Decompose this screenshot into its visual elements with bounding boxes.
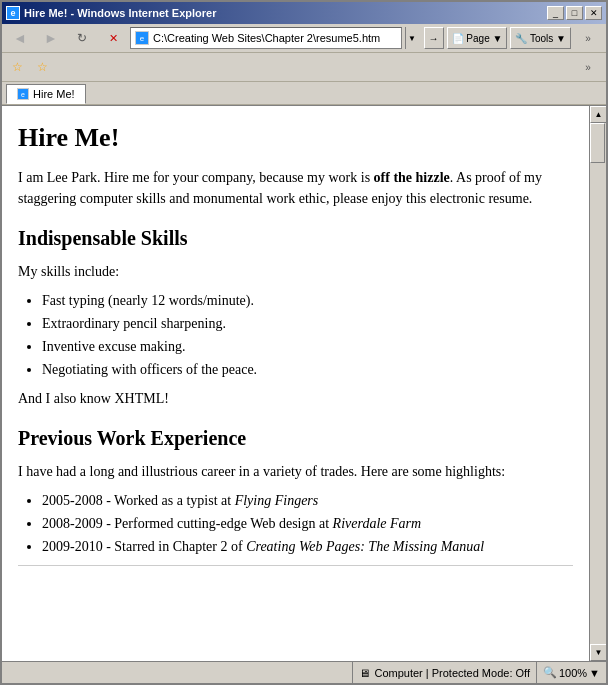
status-bar: 🖥 Computer | Protected Mode: Off 🔍 100% … <box>2 661 606 683</box>
browser-icon: e <box>6 6 20 20</box>
zoom-section: 🔍 100% ▼ <box>537 666 606 679</box>
scrollbar: ▲ ▼ <box>589 106 606 661</box>
skills-heading: Indispensable Skills <box>18 223 573 253</box>
work-item-2-text: 2009-2010 - Starred in Chapter 2 of <box>42 539 246 554</box>
work-item-0-italic: Flying Fingers <box>235 493 319 508</box>
page-icon: e <box>135 31 149 45</box>
page-content: Hire Me! I am Lee Park. Hire me for your… <box>2 106 589 594</box>
go-button[interactable]: → <box>424 27 444 49</box>
list-item: Negotiating with officers of the peace. <box>42 359 573 380</box>
add-favorites-btn[interactable]: ☆ <box>31 55 53 79</box>
refresh-button[interactable]: ↻ <box>68 26 96 50</box>
work-list: 2005-2008 - Worked as a typist at Flying… <box>42 490 573 557</box>
tab-label: Hire Me! <box>33 88 75 100</box>
skills-footer: And I also know XHTML! <box>18 388 573 409</box>
nav-toolbar: ◄ ► ↻ ✕ e C:\Creating Web Sites\Chapter … <box>2 24 606 53</box>
window-controls: _ □ ✕ <box>547 6 602 20</box>
window-title: Hire Me! - Windows Internet Explorer <box>24 7 216 19</box>
maximize-button[interactable]: □ <box>566 6 583 20</box>
list-item: Fast typing (nearly 12 words/minute). <box>42 290 573 311</box>
list-item: 2009-2010 - Starred in Chapter 2 of Crea… <box>42 536 573 557</box>
work-heading: Previous Work Experience <box>18 423 573 453</box>
title-bar: e Hire Me! - Windows Internet Explorer _… <box>2 2 606 24</box>
bold-phrase: off the hizzle <box>374 170 450 185</box>
work-item-1-text: 2008-2009 - Performed cutting-edge Web d… <box>42 516 333 531</box>
skills-intro: My skills include: <box>18 261 573 282</box>
list-item: Inventive excuse making. <box>42 336 573 357</box>
zoom-label: 100% <box>559 667 587 679</box>
toolbar-area: ◄ ► ↻ ✕ e C:\Creating Web Sites\Chapter … <box>2 24 606 106</box>
work-intro: I have had a long and illustrious career… <box>18 461 573 482</box>
intro-paragraph: I am Lee Park. Hire me for your company,… <box>18 167 573 209</box>
favorites-btn[interactable]: ☆ <box>6 55 28 79</box>
tools-btn[interactable]: 🔧 Tools ▼ <box>510 27 571 49</box>
back-button[interactable]: ◄ <box>6 26 34 50</box>
work-item-0-text: 2005-2008 - Worked as a typist at <box>42 493 235 508</box>
scroll-up-button[interactable]: ▲ <box>590 106 606 123</box>
page-btn[interactable]: 📄 Page ▼ <box>447 27 508 49</box>
browser-window: e Hire Me! - Windows Internet Explorer _… <box>0 0 608 685</box>
more-tools-btn[interactable]: » <box>574 55 602 79</box>
address-dropdown[interactable]: ▼ <box>405 27 419 49</box>
more-btn[interactable]: » <box>574 26 602 50</box>
tabs-bar: e Hire Me! <box>2 82 606 105</box>
list-item: 2005-2008 - Worked as a typist at Flying… <box>42 490 573 511</box>
work-item-2-italic: Creating Web Pages: The Missing Manual <box>246 539 484 554</box>
page-area: Hire Me! I am Lee Park. Hire me for your… <box>2 106 606 661</box>
tab-hire-me[interactable]: e Hire Me! <box>6 84 86 104</box>
close-button[interactable]: ✕ <box>585 6 602 20</box>
forward-button[interactable]: ► <box>37 26 65 50</box>
zoom-dropdown[interactable]: ▼ <box>589 667 600 679</box>
status-computer: 🖥 Computer | Protected Mode: Off <box>353 662 537 683</box>
zoom-icon: 🔍 <box>543 666 557 679</box>
address-text: C:\Creating Web Sites\Chapter 2\resume5.… <box>153 32 397 44</box>
address-bar[interactable]: e C:\Creating Web Sites\Chapter 2\resume… <box>130 27 402 49</box>
work-item-1-italic: Riverdale Farm <box>333 516 422 531</box>
skills-list: Fast typing (nearly 12 words/minute). Ex… <box>42 290 573 380</box>
page-content-wrapper[interactable]: Hire Me! I am Lee Park. Hire me for your… <box>2 106 589 661</box>
scroll-down-button[interactable]: ▼ <box>590 644 606 661</box>
stop-button[interactable]: ✕ <box>99 26 127 50</box>
title-bar-content: e Hire Me! - Windows Internet Explorer <box>6 6 216 20</box>
scroll-track[interactable] <box>590 123 606 644</box>
list-item: 2008-2009 - Performed cutting-edge Web d… <box>42 513 573 534</box>
tab-favicon: e <box>17 88 29 100</box>
status-main <box>2 662 353 683</box>
horizontal-rule <box>18 565 573 566</box>
intro-text-1: I am Lee Park. Hire me for your company,… <box>18 170 374 185</box>
minimize-button[interactable]: _ <box>547 6 564 20</box>
list-item: Extraordinary pencil sharpening. <box>42 313 573 334</box>
page-heading: Hire Me! <box>18 118 573 157</box>
scroll-thumb[interactable] <box>590 123 605 163</box>
status-computer-label: Computer | Protected Mode: Off <box>374 667 530 679</box>
